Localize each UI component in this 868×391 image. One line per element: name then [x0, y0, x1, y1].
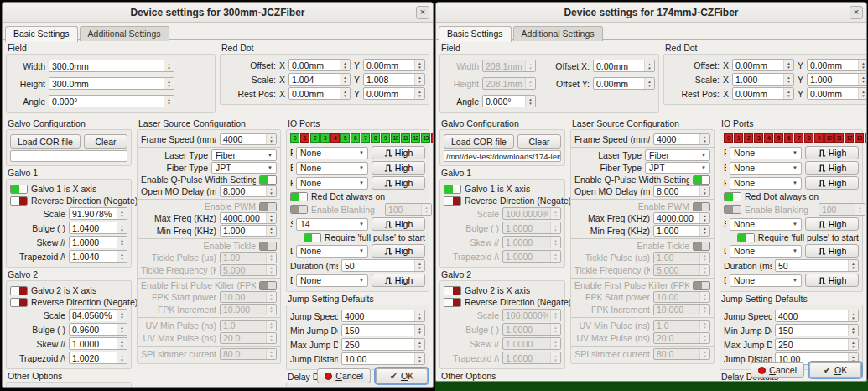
min-freq-khz-input[interactable]: [221, 226, 266, 236]
spi-simmer-current-input[interactable]: [654, 349, 699, 359]
spin-down-icon[interactable]: ▼: [120, 257, 123, 261]
uv-max-pulse-ns-spinbox[interactable]: ▲▼: [220, 332, 277, 344]
spin-down-icon[interactable]: ▼: [120, 358, 123, 362]
skew-input[interactable]: [503, 237, 550, 248]
spinner-arrows-icon[interactable]: ▲▼: [848, 310, 858, 321]
spin-down-icon[interactable]: ▼: [861, 80, 865, 84]
red-dot-select[interactable]: None▼: [730, 177, 802, 190]
close-icon[interactable]: ×: [416, 6, 429, 19]
tickle-frequency-khz-input[interactable]: [221, 265, 266, 275]
spin-down-icon[interactable]: ▼: [269, 338, 273, 342]
galvo-2-reverse-direction-negate-toggle[interactable]: [10, 298, 28, 307]
scale-input[interactable]: [503, 208, 550, 219]
spin-down-icon[interactable]: ▼: [418, 266, 421, 270]
duration-ms-spinbox[interactable]: ▲▼: [775, 259, 859, 272]
spinner-arrows-icon[interactable]: ▲▼: [164, 78, 174, 89]
spinner-arrows-icon[interactable]: ▲▼: [164, 96, 174, 107]
play-sound-on-job-finished-toggle[interactable]: [10, 388, 28, 388]
frame-speed-mm-sec-spinbox[interactable]: ▲▼: [653, 133, 710, 145]
offset-x-spinbox[interactable]: ▲▼: [288, 59, 351, 71]
min-freq-khz-spinbox[interactable]: ▲▼: [653, 225, 710, 237]
spin-down-icon[interactable]: ▼: [703, 338, 706, 342]
min-jump-delay-us-spinbox[interactable]: ▲▼: [775, 324, 859, 336]
done-marking-select[interactable]: None▼: [730, 245, 802, 258]
offset-x-input[interactable]: [733, 60, 783, 70]
red-dot-always-on-toggle[interactable]: [290, 192, 308, 201]
busy-light-select[interactable]: None▼: [730, 162, 802, 175]
spin-down-icon[interactable]: ▼: [787, 94, 790, 98]
spi-simmer-current-spinbox[interactable]: ▲▼: [220, 348, 277, 360]
spin-down-icon[interactable]: ▼: [269, 310, 273, 314]
offset-x-spinbox[interactable]: ▲▼: [593, 60, 655, 72]
spin-down-icon[interactable]: ▼: [703, 258, 706, 262]
spin-down-icon[interactable]: ▼: [528, 66, 532, 70]
done-marking-select[interactable]: None▼: [296, 245, 368, 258]
rest-pos-x-spinbox[interactable]: ▲▼: [732, 87, 794, 100]
spinner-arrows-icon[interactable]: ▲▼: [414, 353, 424, 364]
require-full-pulse-to-start-toggle[interactable]: [737, 233, 755, 242]
start-marking-high-button[interactable]: High: [372, 217, 425, 231]
spin-down-icon[interactable]: ▼: [703, 310, 706, 314]
max-jump-delay-us-input[interactable]: [342, 339, 414, 350]
rest-pos-x-input[interactable]: [289, 88, 340, 99]
max-freq-khz-spinbox[interactable]: ▲▼: [653, 212, 710, 224]
galvo-2-reverse-direction-negate-toggle[interactable]: [444, 298, 461, 307]
skew-spinbox[interactable]: ▲▼: [69, 236, 127, 248]
spin-down-icon[interactable]: ▼: [343, 65, 346, 70]
min-jump-delay-us-input[interactable]: [342, 325, 414, 336]
spin-down-icon[interactable]: ▼: [269, 218, 273, 222]
spin-down-icon[interactable]: ▼: [554, 344, 557, 348]
trapezoid-spinbox[interactable]: ▲▼: [502, 250, 561, 263]
height-spinbox[interactable]: ▲▼: [49, 77, 174, 90]
spinner-arrows-icon[interactable]: ▲▼: [266, 265, 276, 275]
tab-additional-settings[interactable]: Additional Settings: [80, 26, 169, 41]
scale-y-spinbox[interactable]: ▲▼: [363, 73, 425, 86]
scale-y-input[interactable]: [808, 74, 858, 85]
spinner-arrows-icon[interactable]: ▲▼: [858, 88, 867, 99]
scale-spinbox[interactable]: ▲▼: [69, 309, 127, 321]
spin-down-icon[interactable]: ▼: [269, 270, 273, 274]
door-protect-select[interactable]: None▼: [296, 274, 368, 287]
spinner-arrows-icon[interactable]: ▲▼: [414, 88, 424, 99]
offset-x-input[interactable]: [289, 60, 340, 70]
scale-spinbox[interactable]: ▲▼: [69, 207, 127, 220]
spinner-arrows-icon[interactable]: ▲▼: [414, 339, 424, 350]
spin-down-icon[interactable]: ▼: [703, 326, 706, 330]
spinner-arrows-icon[interactable]: ▲▼: [699, 134, 709, 144]
bulge-spinbox[interactable]: ▲▼: [502, 323, 561, 336]
fpk-increment-spinbox[interactable]: ▲▼: [220, 304, 277, 315]
spinner-arrows-icon[interactable]: ▲▼: [414, 74, 424, 85]
spin-down-icon[interactable]: ▼: [418, 345, 421, 349]
delay-us-input[interactable]: [386, 204, 421, 215]
enable-blanking-toggle[interactable]: [290, 205, 308, 214]
spinner-arrows-icon[interactable]: ▲▼: [117, 310, 127, 321]
spinner-arrows-icon[interactable]: ▲▼: [525, 60, 535, 71]
spin-down-icon[interactable]: ▼: [858, 210, 861, 214]
spinner-arrows-icon[interactable]: ▲▼: [550, 251, 560, 262]
angle-spinbox[interactable]: ▲▼: [49, 95, 174, 107]
spinner-arrows-icon[interactable]: ▲▼: [699, 333, 709, 343]
spinner-arrows-icon[interactable]: ▲▼: [699, 213, 709, 223]
spinner-arrows-icon[interactable]: ▲▼: [414, 60, 424, 70]
delay-us-spinbox[interactable]: ▲▼: [385, 203, 432, 216]
bulge-spinbox[interactable]: ▲▼: [502, 222, 561, 234]
offset-x-input[interactable]: [594, 60, 644, 71]
bulge-input[interactable]: [70, 222, 117, 233]
spinner-arrows-icon[interactable]: ▲▼: [266, 134, 276, 144]
open-mo-delay-ms-input[interactable]: [654, 186, 699, 196]
spin-down-icon[interactable]: ▼: [703, 231, 706, 235]
spin-down-icon[interactable]: ▼: [851, 345, 855, 349]
spinner-arrows-icon[interactable]: ▲▼: [414, 325, 424, 336]
cancel-button[interactable]: Cancel: [317, 368, 371, 383]
done-marking-high-button[interactable]: High: [372, 244, 425, 258]
fpk-increment-spinbox[interactable]: ▲▼: [653, 304, 710, 315]
tickle-frequency-khz-spinbox[interactable]: ▲▼: [220, 264, 277, 276]
spinner-arrows-icon[interactable]: ▲▼: [550, 324, 560, 335]
enable-tickle-toggle[interactable]: [693, 242, 710, 251]
spinner-arrows-icon[interactable]: ▲▼: [266, 305, 276, 315]
red-dot-high-button[interactable]: High: [372, 176, 425, 190]
spinner-arrows-icon[interactable]: ▲▼: [699, 253, 709, 263]
load-cor-file-button[interactable]: Load COR file: [444, 134, 514, 149]
spin-down-icon[interactable]: ▼: [703, 297, 706, 301]
spinner-arrows-icon[interactable]: ▲▼: [550, 352, 560, 363]
